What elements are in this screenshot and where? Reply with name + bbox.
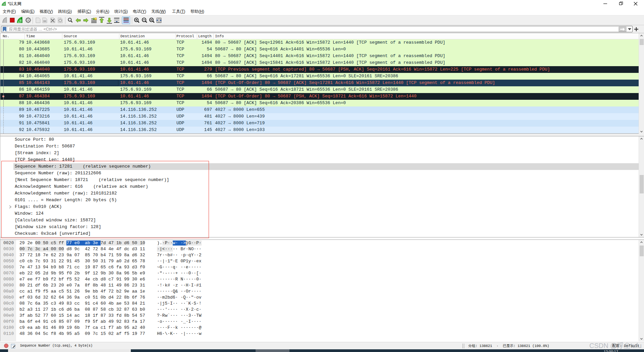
svg-text:010: 010 bbox=[43, 20, 46, 22]
